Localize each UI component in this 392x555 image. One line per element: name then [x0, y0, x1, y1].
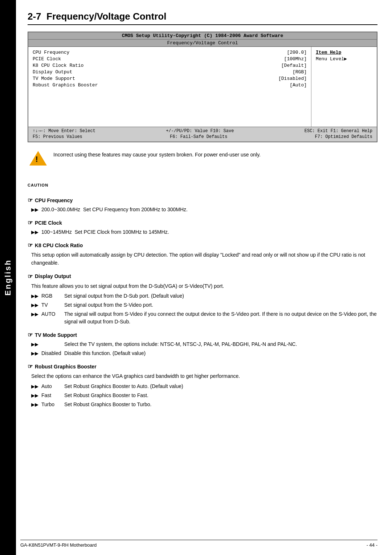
menu-level-label: Menu Level▶	[316, 56, 372, 62]
section-para: This feature allows you to set signal ou…	[31, 282, 377, 290]
bios-subheader: Frequency/Voltage Control	[28, 40, 377, 47]
bios-header: CMOS Setup Utility-Copyright (C) 1984-20…	[28, 32, 377, 40]
list-item: ▶▶100~145MHzSet PCIE Clock from 100MHz t…	[31, 228, 377, 236]
bios-row: PCIE Clock[100Mhz]	[33, 56, 307, 62]
bios-row-label: PCIE Clock	[33, 56, 61, 62]
caution-text: Incorrect using these features may cause…	[53, 151, 261, 159]
section-pcie-clock: ☞PCIE Clock▶▶100~145MHzSet PCIE Clock fr…	[28, 219, 377, 236]
bios-row-label: K8 CPU Clock Ratio	[33, 63, 83, 68]
bullet-arrow-icon: ▶▶	[31, 228, 38, 236]
bullet-text: Set signal output from the S-Video port.	[64, 301, 377, 309]
page-footer: GA-K8N51PVMT-9-RH Motherboard - 44 -	[20, 540, 377, 548]
caution-label: CAUTION	[28, 183, 48, 187]
section-tv-mode-support: ☞TV Mode Support▶▶Select the TV system, …	[28, 331, 377, 357]
item-help-label: Item Help	[316, 50, 372, 55]
bullet-text: Select the TV system, the options includ…	[64, 340, 377, 348]
bullet-arrow-icon: ▶▶	[31, 310, 38, 326]
bullet-text: Disable this function. (Default value)	[64, 350, 377, 357]
bios-row-value: [Auto]	[290, 82, 307, 88]
bullet-key: Disabled	[41, 350, 61, 357]
bios-row: K8 CPU Clock Ratio[Default]	[33, 63, 307, 68]
list-item: ▶▶RGBSet signal output from the D-Sub po…	[31, 292, 377, 300]
caution-triangle-icon	[29, 151, 47, 166]
bullet-arrow-icon: ▶▶	[31, 206, 38, 213]
bios-help-panel: Item Help Menu Level▶	[311, 47, 377, 127]
bullet-key	[41, 340, 61, 348]
section-title: ☞K8 CPU Clock Ratio	[28, 242, 377, 249]
section-display-output: ☞Display OutputThis feature allows you t…	[28, 273, 377, 326]
bios-footer: ↑↓→←: Move Enter: Select+/-/PU/PD: Value…	[28, 127, 377, 142]
footer-left: GA-K8N51PVMT-9-RH Motherboard	[20, 542, 97, 548]
section-body: This setup option will automatically ass…	[28, 251, 377, 267]
section-para: Select the options can enhance the VGA g…	[31, 372, 377, 380]
side-tab: English	[0, 0, 16, 555]
bios-settings-panel: CPU Frequency[200.0]PCIE Clock[100Mhz]K8…	[28, 47, 311, 127]
bios-row-value: [200.0]	[287, 50, 307, 55]
bios-row-label: CPU Frequency	[33, 50, 69, 55]
bullet-text: Set Robust Graphics Booster to Turbo.	[64, 401, 377, 408]
bullet-arrow-icon: ▶▶	[31, 292, 38, 300]
bullet-arrow-icon: ▶▶	[31, 301, 38, 309]
bios-footer-row: F5: Previous ValuesF6: Fail-Safe Default…	[33, 134, 372, 139]
section-body: This feature allows you to set signal ou…	[28, 282, 377, 326]
list-item: ▶▶200.0~300.0MHzSet CPU Frequency from 2…	[31, 206, 377, 213]
bullet-arrow-icon: ▶▶	[31, 401, 38, 408]
bios-row-value: [RGB]	[293, 69, 307, 75]
chapter-number: 2-7	[28, 11, 41, 22]
bullet-arrow-icon: ▶▶	[31, 350, 38, 357]
bullet-arrow-icon: ▶▶	[31, 392, 38, 399]
list-item: ▶▶TurboSet Robust Graphics Booster to Tu…	[31, 401, 377, 408]
list-item: ▶▶AutoSet Robust Graphics Booster to Aut…	[31, 383, 377, 390]
section-title: ☞Display Output	[28, 273, 377, 280]
section-title-text: CPU Frequency	[35, 197, 73, 203]
bios-row-label: TV Mode Support	[33, 76, 75, 81]
section-robust-graphics-booster: ☞Robust Graphics BoosterSelect the optio…	[28, 363, 377, 408]
section-title-text: K8 CPU Clock Ratio	[35, 242, 83, 248]
section-body: Select the options can enhance the VGA g…	[28, 372, 377, 408]
bullet-key: Auto	[41, 383, 61, 390]
bios-row-label: Display Output	[33, 69, 72, 75]
bullet-key: Turbo	[41, 401, 61, 408]
bios-row-label: Robust Graphics Booster	[33, 82, 98, 88]
section-arrow-icon: ☞	[28, 331, 33, 338]
section-arrow-icon: ☞	[28, 219, 33, 226]
chapter-name: Frequency/Voltage Control	[46, 11, 166, 22]
main-content: 2-7 Frequency/Voltage Control CMOS Setup…	[20, 0, 392, 429]
section-title-text: Robust Graphics Booster	[35, 364, 97, 370]
bullet-text: Set Robust Graphics Booster to Fast.	[64, 392, 377, 399]
bios-row-value: [Default]	[281, 63, 307, 68]
bios-screen: CMOS Setup Utility-Copyright (C) 1984-20…	[28, 32, 377, 142]
list-item: ▶▶AUTOThe signal will output from S-Vide…	[31, 310, 377, 326]
section-title: ☞PCIE Clock	[28, 219, 377, 226]
bullet-key: 100~145MHz	[41, 228, 72, 236]
bullet-text: Set signal output from the D-Sub port. (…	[64, 292, 377, 300]
bios-row-value: [100Mhz]	[284, 56, 307, 62]
list-item: ▶▶TVSet signal output from the S-Video p…	[31, 301, 377, 309]
section-arrow-icon: ☞	[28, 197, 33, 204]
caution-icon: CAUTION	[28, 151, 48, 187]
section-body: ▶▶100~145MHzSet PCIE Clock from 100MHz t…	[28, 228, 377, 236]
bios-footer-row: ↑↓→←: Move Enter: Select+/-/PU/PD: Value…	[33, 128, 372, 134]
bullet-text: Set PCIE Clock from 100MHz to 145MHz.	[75, 228, 377, 236]
section-title-text: Display Output	[35, 273, 71, 279]
bullet-arrow-icon: ▶▶	[31, 383, 38, 390]
section-arrow-icon: ☞	[28, 242, 33, 249]
side-tab-label: English	[3, 259, 13, 295]
bullet-key: RGB	[41, 292, 61, 300]
section-title: ☞TV Mode Support	[28, 331, 377, 338]
sections-container: ☞CPU Frequency▶▶200.0~300.0MHzSet CPU Fr…	[28, 197, 377, 408]
bios-row: Robust Graphics Booster[Auto]	[33, 82, 307, 88]
bios-row: CPU Frequency[200.0]	[33, 50, 307, 55]
section-para: This setup option will automatically ass…	[31, 251, 377, 267]
section-cpu-frequency: ☞CPU Frequency▶▶200.0~300.0MHzSet CPU Fr…	[28, 197, 377, 213]
section-body: ▶▶200.0~300.0MHzSet CPU Frequency from 2…	[28, 206, 377, 213]
chapter-title: 2-7 Frequency/Voltage Control	[28, 11, 377, 25]
section-title: ☞CPU Frequency	[28, 197, 377, 204]
bullet-key: AUTO	[41, 310, 61, 326]
bios-row: Display Output[RGB]	[33, 69, 307, 75]
list-item: ▶▶DisabledDisable this function. (Defaul…	[31, 350, 377, 357]
bullet-arrow-icon: ▶▶	[31, 340, 38, 348]
list-item: ▶▶FastSet Robust Graphics Booster to Fas…	[31, 392, 377, 399]
bios-row: TV Mode Support[Disabled]	[33, 76, 307, 81]
bullet-key: Fast	[41, 392, 61, 399]
